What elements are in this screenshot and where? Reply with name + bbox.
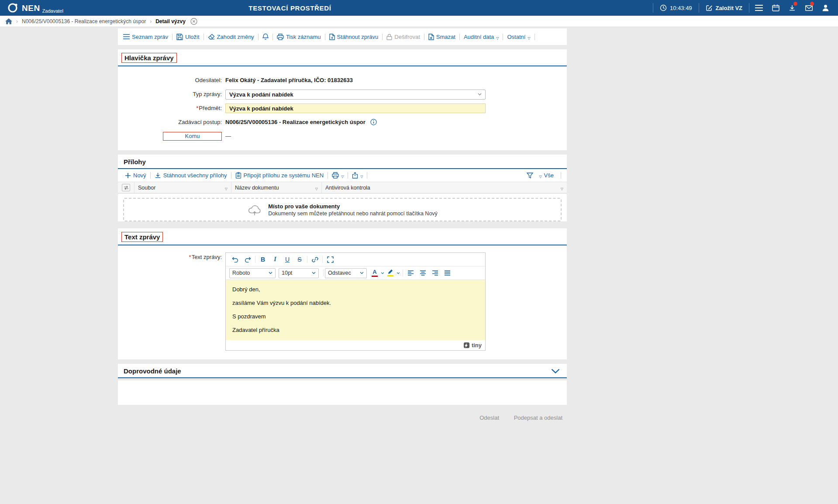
message-header-fields: Odesilatel: Felix Okátý - Zadavatel přír… [118,66,567,150]
downloads-button[interactable] [784,0,800,16]
font-family-select[interactable]: Roboto [229,268,276,278]
dropzone-text: Místo pro vaše dokumenty Dokumenty sem m… [268,203,438,217]
block-format-value: Odstavec [328,270,357,276]
close-tab-icon[interactable] [190,18,197,25]
redo-button[interactable] [241,254,254,265]
discard-changes-button[interactable]: Zahodit změny [205,34,257,40]
align-right-button[interactable] [429,267,441,279]
notifications-button[interactable] [260,33,271,40]
new-attachment-label: Nový [133,172,146,179]
highlight-color-dropdown[interactable] [395,268,401,278]
audit-data-label: Auditní data [464,34,494,40]
print-record-button[interactable]: Tisk záznamu [274,34,324,40]
strikethrough-button[interactable] [293,254,306,265]
create-vz-button[interactable]: Založit VZ [700,4,748,11]
undo-button[interactable] [229,254,241,265]
clock-icon [660,4,667,11]
filter-triangle-icon[interactable] [225,185,228,191]
divider [323,269,324,276]
brand-text: NEN Zadavatel [22,4,63,12]
italic-button[interactable] [269,254,281,265]
font-family-value: Roboto [232,270,266,276]
calendar-icon [772,4,779,11]
column-chooser-button[interactable] [122,184,130,191]
audit-data-button[interactable]: Auditní data [461,34,502,40]
to-button[interactable]: Komu [163,132,222,141]
filter-triangle-icon[interactable] [561,185,563,191]
tinymce-brand: tiny [472,342,482,349]
subject-input[interactable] [225,104,486,113]
underline-button[interactable] [281,254,293,265]
highlight-color-button[interactable] [386,268,395,278]
column-header-file[interactable]: Soubor [134,182,231,193]
message-text-section: Text zprávy Text zprávy: [118,228,567,359]
link-button[interactable] [309,254,321,265]
message-type-value: Výzva k podání nabídek [229,91,478,98]
footer-actions: Odeslat Podepsat a odeslat [118,409,567,421]
save-button[interactable]: Uložit [174,34,202,40]
decrypt-button[interactable]: Dešifrovat [384,34,423,40]
fullscreen-button[interactable] [324,254,336,265]
sign-and-send-button[interactable]: Podepsat a odeslat [514,414,562,421]
other-button[interactable]: Ostatní [504,34,533,40]
funnel-icon[interactable] [527,173,533,179]
brand-role: Zadavatel [42,8,63,14]
export-attachments-button[interactable] [349,172,366,179]
chevron-down-icon [360,272,364,274]
text-color-dropdown[interactable] [379,268,386,278]
text-color-button[interactable]: A [370,268,379,278]
new-attachment-button[interactable]: Nový [122,172,149,179]
section-title: Přílohy [121,158,146,166]
to-value: — [225,131,231,141]
attach-from-nen-button[interactable]: Připojit přílohu ze systému NEN [233,172,327,179]
delete-label: Smazat [436,34,455,40]
file-dropzone[interactable]: Místo pro vaše dokumenty Dokumenty sem m… [123,198,562,221]
column-header-antivirus[interactable]: Antivirová kontrola [322,182,567,193]
bold-button[interactable] [257,254,269,265]
download-message-button[interactable]: Stáhnout zprávu [327,34,381,40]
send-button[interactable]: Odeslat [479,414,499,421]
message-list-button[interactable]: Seznam zpráv [121,34,171,40]
column-header-file-label: Soubor [138,185,155,191]
divider [348,172,348,179]
divider [382,34,383,40]
accompanying-data-head[interactable]: Doprovodné údaje [118,364,567,378]
download-all-attachments-button[interactable]: Stáhnout všechny přílohy [152,172,230,179]
download-icon [155,172,161,179]
font-size-select[interactable]: 10pt [279,268,319,278]
menu-button[interactable] [751,0,767,16]
messages-button[interactable] [800,0,817,16]
share-icon [352,172,358,179]
expand-chevron-icon[interactable] [551,369,562,373]
home-button[interactable] [5,18,12,24]
filter-triangle-icon[interactable] [315,185,318,191]
clipboard-icon [235,172,241,179]
editor-content[interactable]: Dobrý den, zasíláme Vám výzvu k podání n… [226,280,485,340]
attachments-filter-controls: Vše [527,172,562,179]
tinymce-logo-icon [464,342,469,348]
mail-icon [805,5,813,11]
section-title: Doprovodné údaje [121,367,181,375]
message-type-select[interactable]: Výzva k podání nabídek [225,90,486,100]
dropzone-title: Místo pro vaše dokumenty [268,203,438,210]
calendar-button[interactable] [767,0,784,16]
printer-icon [277,34,284,40]
message-text-label: Text zprávy: [118,252,225,262]
message-header-section: Hlavička zprávy Odesilatel: Felix Okátý … [118,49,567,150]
align-left-button[interactable] [404,267,417,279]
breadcrumb-current[interactable]: Detail výzvy [155,18,186,24]
print-attachments-button[interactable] [329,172,346,179]
filter-all-button[interactable]: Vše [536,172,556,179]
nen-logo[interactable]: NEN Zadavatel [0,0,70,16]
divider [424,34,424,40]
breadcrumb-procedure[interactable]: N006/25/V00005136 - Realizace energetick… [22,18,146,24]
other-label: Ostatní [507,34,525,40]
profile-button[interactable] [817,0,834,16]
divider [653,3,653,13]
delete-button[interactable]: Smazat [426,34,458,40]
align-center-button[interactable] [417,267,429,279]
column-header-doc-name[interactable]: Název dokumentu [231,182,322,193]
align-justify-button[interactable] [441,267,453,279]
block-format-select[interactable]: Odstavec [325,268,367,278]
info-icon[interactable] [370,119,377,125]
